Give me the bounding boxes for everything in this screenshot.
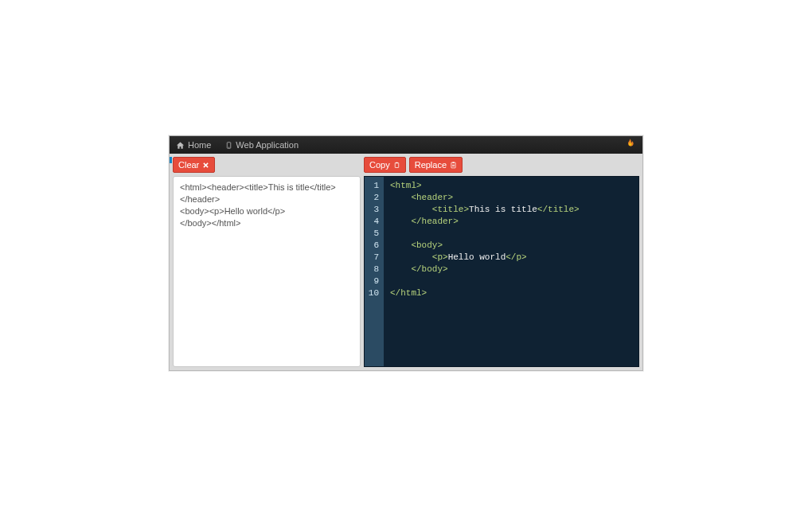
line-number: 4 [368, 216, 379, 228]
nav-webapp-label: Web Application [236, 140, 299, 150]
main-area: Clear <html><header><title>This is title… [170, 154, 642, 370]
nav-home-label: Home [188, 140, 211, 150]
home-icon [176, 141, 185, 150]
clear-button-label: Clear [178, 159, 199, 170]
nav-webapp[interactable]: Web Application [225, 140, 299, 150]
line-number: 6 [368, 240, 379, 252]
clear-button[interactable]: Clear [173, 157, 215, 173]
output-pane: Copy Replace 12345678910 <html> <header>… [364, 157, 639, 367]
svg-rect-4 [395, 162, 399, 167]
code-line: <html> [390, 180, 580, 192]
code-line: </header> [390, 216, 580, 228]
code-line: <body> [390, 240, 580, 252]
paste-icon [450, 162, 457, 169]
line-number: 1 [368, 180, 379, 192]
accent-strip [170, 157, 172, 163]
code-line: </html> [390, 287, 580, 299]
replace-button-label: Replace [415, 159, 447, 170]
close-icon [202, 162, 209, 169]
code-line: <title>This is title</title> [390, 204, 580, 216]
code-line: <header> [390, 192, 580, 204]
copy-button-label: Copy [369, 159, 390, 170]
svg-rect-7 [452, 162, 454, 163]
svg-rect-5 [396, 162, 397, 163]
line-number: 2 [368, 192, 379, 204]
input-pane: Clear <html><header><title>This is title… [173, 157, 361, 367]
code-content: <html> <header> <title>This is title</ti… [384, 177, 586, 366]
svg-rect-8 [452, 164, 455, 165]
html-input[interactable]: <html><header><title>This is title</titl… [173, 176, 361, 367]
code-line: </body> [390, 264, 580, 275]
mobile-icon [225, 141, 232, 150]
input-toolbar: Clear [173, 157, 361, 173]
code-line [390, 275, 580, 287]
clipboard-icon [393, 162, 400, 169]
line-number: 3 [368, 204, 379, 216]
code-editor[interactable]: 12345678910 <html> <header> <title>This … [364, 176, 639, 367]
nav-home[interactable]: Home [176, 140, 211, 150]
code-line: <p>Hello world</p> [390, 252, 580, 264]
replace-button[interactable]: Replace [409, 157, 463, 173]
line-number: 10 [368, 287, 379, 299]
line-number: 7 [368, 252, 379, 264]
svg-rect-9 [452, 166, 455, 166]
line-gutter: 12345678910 [365, 177, 384, 366]
line-number: 5 [368, 228, 379, 240]
app-window: Home Web Application Clear <ht [169, 135, 643, 371]
copy-button[interactable]: Copy [364, 157, 406, 173]
navbar: Home Web Application [170, 136, 642, 154]
code-line [390, 228, 580, 240]
line-number: 9 [368, 275, 379, 287]
flame-icon[interactable] [623, 138, 636, 152]
output-toolbar: Copy Replace [364, 157, 639, 173]
line-number: 8 [368, 264, 379, 275]
